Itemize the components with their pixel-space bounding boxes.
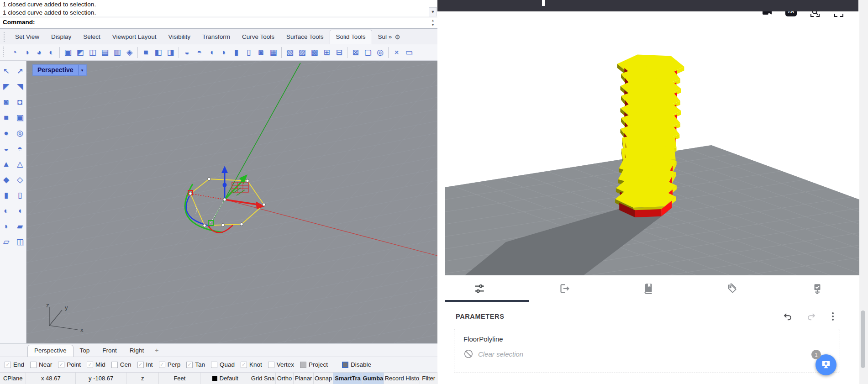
redo-icon[interactable]: [806, 311, 816, 321]
clear-selection-button[interactable]: Clear selection: [463, 349, 831, 359]
move-face-icon[interactable]: ◙: [255, 46, 267, 58]
status-ortho[interactable]: Ortho: [276, 373, 294, 384]
tube-icon[interactable]: ▯: [14, 189, 26, 201]
boolean-split-icon[interactable]: ◐: [45, 46, 58, 58]
wirecut-icon[interactable]: ◎: [374, 46, 386, 58]
history-scroll-down-icon[interactable]: ▼: [429, 7, 437, 16]
menu-tab-display[interactable]: Display: [45, 30, 77, 44]
osnap-quad[interactable]: Quad: [211, 361, 235, 368]
status-default[interactable]: Default: [200, 373, 250, 384]
extrude-to-point-icon[interactable]: ◗: [218, 46, 230, 58]
explode-icon[interactable]: ◙: [0, 96, 12, 108]
control-points[interactable]: [189, 178, 266, 227]
box-icon[interactable]: ■: [0, 112, 12, 123]
truncated-pyramid-icon[interactable]: ◇: [14, 174, 26, 185]
slab-contour-icon[interactable]: ▱: [0, 236, 12, 247]
gumball-green-handle[interactable]: [208, 221, 213, 226]
pipe-flat-icon[interactable]: ◖: [14, 205, 26, 216]
menu-tab-surface-tools[interactable]: Surface Tools: [280, 30, 330, 44]
status-cplane[interactable]: CPlane: [0, 373, 26, 384]
torus-icon[interactable]: ◐: [0, 205, 12, 216]
osnap-int[interactable]: Int: [137, 361, 153, 368]
viewer-3d-canvas[interactable]: [437, 11, 859, 275]
viewer-tab-parameters-tune[interactable]: [437, 275, 522, 302]
purge-solid-icon[interactable]: ▭: [403, 46, 415, 58]
status-smarttra[interactable]: SmartTra: [333, 373, 362, 384]
box-points-icon[interactable]: ▥: [111, 46, 123, 58]
viewport-tab-front[interactable]: Front: [96, 345, 123, 357]
box-stack-icon[interactable]: ▤: [99, 46, 111, 58]
viewport-tab-perspective[interactable]: Perspective: [27, 345, 74, 357]
osnap-disable-checkbox[interactable]: [342, 362, 348, 368]
osnap-int-checkbox[interactable]: [137, 362, 144, 368]
boolean-union-icon[interactable]: ◔: [8, 46, 21, 58]
menu-tab-solid-tools[interactable]: Solid Tools: [330, 30, 372, 44]
box-icon[interactable]: ▣: [62, 46, 74, 58]
tab-overflow-chevron-icon[interactable]: »: [388, 30, 393, 44]
fillet-edge-icon[interactable]: ▨: [296, 46, 308, 58]
sphere-icon[interactable]: ●: [0, 127, 12, 139]
move-scale-icon[interactable]: ↗: [14, 65, 26, 77]
pyramid-icon[interactable]: ◆: [0, 174, 12, 185]
osnap-knot-checkbox[interactable]: [241, 362, 247, 368]
osnap-vertex-checkbox[interactable]: [268, 362, 274, 368]
viewer-tab-model-confirm[interactable]: [775, 275, 859, 302]
viewport-tab-right[interactable]: Right: [123, 345, 151, 357]
mirror-solid-icon[interactable]: ◫: [86, 46, 99, 58]
extrude-along-curve-icon[interactable]: ▮: [230, 46, 242, 58]
osnap-end-checkbox[interactable]: [5, 362, 11, 368]
truncated-cone-icon[interactable]: △: [14, 158, 26, 170]
add-viewport-icon[interactable]: +: [150, 345, 163, 357]
osnap-project[interactable]: Project: [300, 361, 328, 368]
osnap-point-checkbox[interactable]: [58, 362, 64, 368]
cylinder-icon[interactable]: ▮: [0, 189, 12, 201]
command-prompt[interactable]: Command: ▲▼: [0, 17, 437, 29]
extrude-normal-icon[interactable]: ◓: [193, 46, 205, 58]
menu-tab-visibility[interactable]: Visibility: [162, 30, 196, 44]
osnap-perp[interactable]: Perp: [159, 361, 181, 368]
viewport-tab-top[interactable]: Top: [74, 345, 96, 357]
unroll-surface-icon[interactable]: ⊞: [321, 46, 333, 58]
viewport-title[interactable]: Perspective: [33, 65, 78, 75]
extract-surface-icon[interactable]: ▢: [362, 46, 374, 58]
boolean-difference-icon[interactable]: ◑: [21, 46, 33, 58]
status-gumba[interactable]: Gumba: [363, 373, 384, 384]
more-options-icon[interactable]: [830, 311, 836, 321]
osnap-project-checkbox[interactable]: [300, 362, 306, 368]
status-planar[interactable]: Planar: [294, 373, 314, 384]
osnap-knot[interactable]: Knot: [241, 361, 262, 368]
menu-tab-overflow[interactable]: Sul: [372, 30, 388, 44]
cap-planar-holes-icon[interactable]: ◒: [181, 46, 193, 58]
osnap-tan-checkbox[interactable]: [186, 362, 193, 368]
osnap-mid[interactable]: Mid: [87, 361, 105, 368]
osnap-perp-checkbox[interactable]: [159, 362, 165, 368]
drag-grip-icon[interactable]: [3, 47, 5, 57]
panel-grid-icon[interactable]: ⊟: [333, 46, 345, 58]
menu-tab-select[interactable]: Select: [77, 30, 106, 44]
osnap-cen[interactable]: Cen: [111, 361, 132, 368]
viewer-tab-tags[interactable]: [690, 275, 775, 302]
boolean-intersection-icon[interactable]: ◕: [33, 46, 45, 58]
extrude-both-sides-icon[interactable]: ◖: [205, 46, 218, 58]
osnap-end[interactable]: End: [5, 361, 24, 368]
viewport-title-tab[interactable]: Perspective ▾: [33, 65, 86, 75]
boolean-two-objects-icon[interactable]: ◈: [123, 46, 136, 58]
osnap-cen-checkbox[interactable]: [111, 362, 118, 368]
sphere-3pt-icon[interactable]: ◎: [14, 127, 26, 139]
polygon-solid-icon[interactable]: ◫: [14, 236, 26, 247]
status-feet[interactable]: Feet: [159, 373, 200, 384]
gumball-z-dot[interactable]: [223, 183, 227, 187]
status-x-48-67[interactable]: x 48.67: [26, 373, 76, 384]
gear-icon[interactable]: ⚙: [393, 31, 402, 44]
box-corners-icon[interactable]: ◩: [74, 46, 86, 58]
selected-hexagon-curve[interactable]: [190, 179, 264, 226]
menu-tab-viewport-layout[interactable]: Viewport Layout: [106, 30, 163, 44]
status-osnap[interactable]: Osnap: [314, 373, 334, 384]
command-spinner[interactable]: ▲▼: [430, 18, 436, 27]
viewport-canvas[interactable]: z y x: [26, 61, 437, 343]
trim-icon[interactable]: ◤: [0, 81, 12, 92]
osnap-disable[interactable]: Disable: [342, 361, 371, 368]
osnap-quad-checkbox[interactable]: [211, 362, 217, 368]
menu-tab-curve-tools[interactable]: Curve Tools: [236, 30, 280, 44]
split-icon[interactable]: ◥: [14, 81, 26, 92]
